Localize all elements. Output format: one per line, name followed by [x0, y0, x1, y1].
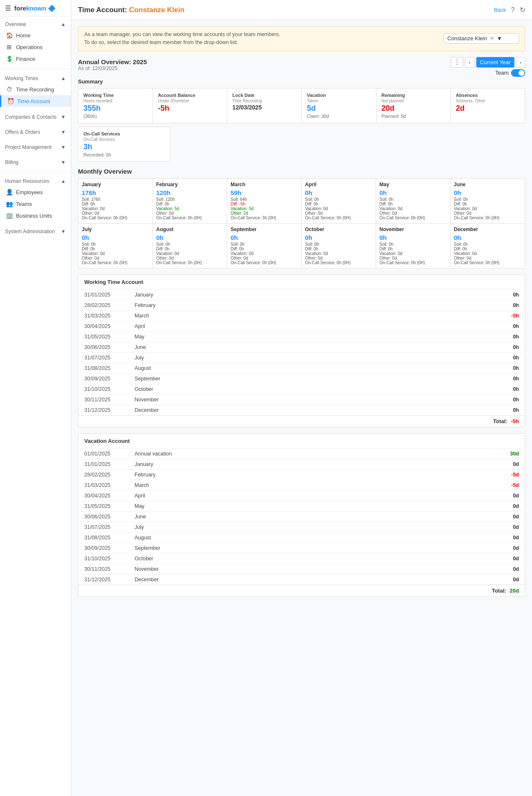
sidebar-item-time-recording[interactable]: ⏱ Time Recording [0, 83, 71, 95]
business-units-icon: 🏢 [6, 212, 13, 219]
month-cell-may[interactable]: May 0h Soll: 0h Diff: 0h Vacation: 0d Ot… [376, 179, 451, 224]
refresh-icon[interactable]: ↻ [520, 6, 525, 14]
sidebar-hr-header[interactable]: Human Ressources ▲ [0, 176, 71, 186]
table-row[interactable]: 30/04/2025 April 0h [78, 321, 525, 331]
table-row[interactable]: 31/05/2025 May 0d [78, 501, 525, 511]
summary-section: Summary Working Time Hours recorded 355h… [78, 78, 525, 162]
row-month: April [135, 323, 494, 329]
row-date: 31/01/2025 [84, 292, 135, 298]
sidebar-billing-header[interactable]: Billing ▼ [0, 157, 71, 167]
table-row[interactable]: 31/07/2025 July 0h [78, 352, 525, 363]
sidebar-sysadmin-header[interactable]: System Administration ▼ [0, 226, 71, 237]
team-member-dropdown[interactable]: Constanze Klein ✕ ▼ [444, 33, 519, 44]
month-cell-january[interactable]: January 176h Soll: 176h Diff: 0h Vacatio… [78, 179, 153, 224]
row-value: 0h [494, 386, 519, 392]
sidebar-overview-header[interactable]: Overview ▲ [0, 19, 71, 29]
month-cell-november[interactable]: November 0h Soll: 0h Diff: 0h Vacation: … [376, 224, 451, 268]
next-year-button[interactable]: › [516, 57, 525, 68]
table-row[interactable]: 31/12/2025 December 0h [78, 405, 525, 415]
row-date: 30/04/2025 [84, 493, 135, 499]
summary-card-balance: Account Balance Under-/Overtime -5h [153, 88, 228, 123]
back-button[interactable]: Back [494, 7, 506, 13]
team-toggle-switch[interactable] [511, 69, 525, 77]
dropdown-chevron-icon[interactable]: ▼ [497, 35, 502, 42]
table-row[interactable]: 30/09/2025 September 0h [78, 373, 525, 384]
working-time-account-section: Working Time Account 31/01/2025 January … [78, 274, 525, 427]
table-row[interactable]: 30/11/2025 November 0d [78, 564, 525, 574]
sidebar-companies-header[interactable]: Companies & Contacts ▼ [0, 112, 71, 122]
wt-sublabel: Hours recorded [83, 99, 148, 103]
oc-label: On-Call Services [83, 131, 165, 136]
sidebar-working-times-header[interactable]: Working Times ▲ [0, 73, 71, 83]
row-value: 0d [494, 556, 519, 562]
month-cell-july[interactable]: July 0h Soll: 0h Diff: 0h Vacation: 0d O… [78, 224, 153, 268]
row-date: 28/02/2025 [84, 302, 135, 308]
sidebar-time-account-label: Time Account [17, 98, 50, 104]
table-row[interactable]: 31/03/2025 March -5d [78, 480, 525, 490]
info-line1: As a team manager, you can view the work… [84, 31, 280, 39]
prev-year-button[interactable]: ‹ [465, 57, 474, 68]
oc-small: Recorded: 0h [83, 152, 165, 157]
sidebar-project-header[interactable]: Project Management ▼ [0, 142, 71, 152]
row-date: 30/06/2025 [84, 514, 135, 520]
rem-label: Remaining [381, 93, 446, 98]
table-row[interactable]: 30/06/2025 June 0d [78, 511, 525, 522]
row-date: 30/06/2025 [84, 344, 135, 350]
table-row[interactable]: 31/10/2025 October 0d [78, 553, 525, 564]
chevron-up-icon-hr: ▲ [61, 178, 66, 184]
table-row[interactable]: 31/08/2025 August 0d [78, 532, 525, 543]
table-row[interactable]: 28/02/2025 February -5d [78, 469, 525, 480]
help-icon[interactable]: ? [511, 6, 515, 14]
sidebar-item-home[interactable]: 🏠 Home [0, 29, 71, 41]
finance-icon: 💲 [6, 55, 13, 62]
sidebar-item-business-units[interactable]: 🏢 Business Units [0, 210, 71, 221]
sidebar-item-employees[interactable]: 👤 Employees [0, 186, 71, 198]
table-row[interactable]: 01/01/2025 Annual vacation 30d [78, 448, 525, 459]
table-row[interactable]: 31/07/2025 July 0d [78, 522, 525, 532]
table-row[interactable]: 31/01/2025 January 0h [78, 289, 525, 300]
table-row[interactable]: 30/04/2025 April 0d [78, 490, 525, 501]
more-options-button[interactable]: ⋮ [451, 57, 463, 68]
table-row[interactable]: 30/11/2025 November 0h [78, 394, 525, 405]
table-row[interactable]: 31/03/2025 March -5h [78, 310, 525, 321]
month-cell-august[interactable]: August 0h Soll: 0h Diff: 0h Vacation: 0d… [153, 224, 228, 268]
row-month: August [135, 535, 494, 541]
table-row[interactable]: 30/06/2025 June 0h [78, 342, 525, 352]
row-value: 0d [494, 461, 519, 467]
current-year-button[interactable]: Current Year [476, 57, 514, 68]
table-row[interactable]: 31/12/2025 December 0d [78, 574, 525, 585]
row-value: 0h [494, 376, 519, 382]
table-row[interactable]: 31/10/2025 October 0h [78, 384, 525, 394]
month-cell-december[interactable]: December 0h Soll: 0h Diff: 0h Vacation: … [451, 224, 525, 268]
nav-controls: ⋮ ‹ Current Year › [451, 57, 525, 68]
row-month: February [135, 302, 494, 308]
table-row[interactable]: 31/01/2025 January 0d [78, 459, 525, 469]
rem-small: Planned: 5d [381, 114, 446, 119]
teams-icon: 👥 [6, 200, 13, 207]
companies-label: Companies & Contacts [5, 114, 57, 120]
table-row[interactable]: 31/05/2025 May 0h [78, 331, 525, 342]
sidebar-item-finance[interactable]: 💲 Finance [0, 53, 71, 65]
row-value: 0h [494, 334, 519, 340]
abs-value: 2d [456, 104, 520, 113]
table-row[interactable]: 31/08/2025 August 0h [78, 363, 525, 373]
month-cell-march[interactable]: March 59h Soll: 64h Diff: -5h Vacation: … [227, 179, 302, 224]
month-cell-october[interactable]: October 0h Soll: 0h Diff: 0h Vacation: 0… [302, 224, 376, 268]
row-value: 0d [494, 566, 519, 572]
sidebar-item-teams[interactable]: 👥 Teams [0, 198, 71, 210]
table-row[interactable]: 30/09/2025 September 0d [78, 543, 525, 553]
hamburger-icon[interactable]: ☰ [5, 4, 11, 12]
row-value: 0d [494, 524, 519, 530]
time-recording-icon: ⏱ [6, 86, 13, 93]
month-cell-april[interactable]: April 0h Soll: 0h Diff: 0h Vacation: 0d … [302, 179, 376, 224]
sidebar-item-operations[interactable]: ⊞ Operations [0, 41, 71, 53]
brand-logo: foreknown 🔷 [14, 5, 56, 12]
month-cell-september[interactable]: September 0h Soll: 0h Diff: 0h Vacation:… [227, 224, 302, 268]
sidebar-item-time-account[interactable]: ⏰ Time Account [0, 95, 71, 107]
month-cell-february[interactable]: February 120h Soll: 120h Diff: 0h Vacati… [153, 179, 228, 224]
table-row[interactable]: 28/02/2025 February 0h [78, 300, 525, 310]
dropdown-clear-icon[interactable]: ✕ [490, 35, 494, 42]
sidebar-offers-header[interactable]: Offers & Orders ▼ [0, 127, 71, 137]
page-title: Time Account: Constanze Klein [78, 6, 184, 14]
month-cell-june[interactable]: June 0h Soll: 0h Diff: 0h Vacation: 0d O… [451, 179, 525, 224]
